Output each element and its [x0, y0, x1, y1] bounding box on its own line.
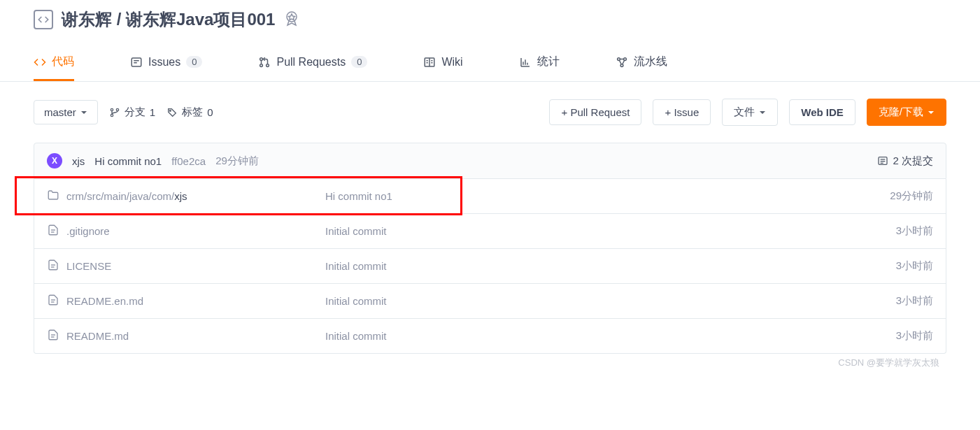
- tag-icon: [166, 107, 178, 118]
- medal-icon: [283, 10, 300, 29]
- svg-point-23: [116, 108, 118, 110]
- svg-point-22: [111, 114, 113, 116]
- repo-title: 谢东辉 / 谢东辉Java项目001: [62, 8, 275, 31]
- issues-count: 0: [186, 56, 202, 68]
- tab-issues[interactable]: Issues 0: [130, 45, 202, 81]
- tab-code[interactable]: 代码: [34, 45, 74, 81]
- commit-author[interactable]: xjs: [72, 155, 85, 167]
- commit-message[interactable]: Hi commit no1: [94, 155, 162, 167]
- files-button[interactable]: 文件: [722, 99, 778, 126]
- commit-hash[interactable]: ff0e2ca: [171, 155, 206, 167]
- svg-point-4: [260, 57, 263, 60]
- folder-icon: [47, 189, 59, 203]
- caret-down-icon: [80, 109, 87, 116]
- clone-download-button[interactable]: 克隆/下载: [867, 99, 946, 126]
- file-icon: [47, 259, 59, 273]
- file-icon: [47, 294, 59, 308]
- file-row[interactable]: README.md Initial commit 3小时前: [34, 319, 946, 353]
- tags-link[interactable]: 标签 0: [166, 106, 213, 119]
- branch-icon: [109, 107, 120, 118]
- file-commit-msg[interactable]: Hi commit no1: [325, 190, 890, 202]
- file-commit-msg[interactable]: Initial commit: [325, 225, 896, 237]
- file-name[interactable]: LICENSE: [66, 260, 325, 272]
- svg-point-21: [111, 108, 113, 110]
- svg-point-5: [260, 64, 263, 66]
- tab-pull-requests[interactable]: Pull Requests 0: [258, 45, 367, 81]
- file-row-folder[interactable]: crm/src/main/java/com/xjs Hi commit no1 …: [34, 179, 946, 214]
- file-time: 3小时前: [896, 329, 933, 343]
- branches-link[interactable]: 分支 1: [109, 106, 155, 119]
- new-pr-button[interactable]: + Pull Request: [549, 99, 641, 125]
- caret-down-icon: [928, 109, 935, 116]
- new-issue-button[interactable]: + Issue: [653, 99, 711, 125]
- file-name[interactable]: README.en.md: [66, 295, 325, 307]
- caret-down-icon: [759, 109, 766, 116]
- file-commit-msg[interactable]: Initial commit: [325, 260, 896, 272]
- file-commit-msg[interactable]: Initial commit: [325, 330, 896, 342]
- owner-name[interactable]: 谢东辉: [62, 10, 112, 29]
- file-commit-msg[interactable]: Initial commit: [325, 295, 896, 307]
- latest-commit-bar: X xjs Hi commit no1 ff0e2ca 29分钟前 2 次提交: [34, 143, 946, 179]
- file-time: 29分钟前: [890, 189, 933, 203]
- file-name[interactable]: README.md: [66, 330, 325, 342]
- file-row[interactable]: README.en.md Initial commit 3小时前: [34, 284, 946, 319]
- file-time: 3小时前: [896, 294, 933, 308]
- avatar[interactable]: X: [47, 153, 62, 169]
- watermark: CSDN @要学就学灰太狼: [34, 354, 946, 369]
- repo-name[interactable]: 谢东辉Java项目001: [126, 10, 275, 29]
- file-name[interactable]: .gitignore: [66, 225, 325, 237]
- tab-pipeline[interactable]: 流水线: [616, 45, 667, 81]
- commits-link[interactable]: 2 次提交: [877, 155, 933, 168]
- file-time: 3小时前: [896, 224, 933, 238]
- file-row[interactable]: .gitignore Initial commit 3小时前: [34, 214, 946, 249]
- file-row[interactable]: LICENSE Initial commit 3小时前: [34, 249, 946, 284]
- web-ide-button[interactable]: Web IDE: [789, 99, 855, 125]
- pr-count: 0: [351, 56, 367, 68]
- repo-tabs: 代码 Issues 0 Pull Requests 0 Wiki 统计 流水线: [0, 45, 980, 82]
- file-list: crm/src/main/java/com/xjs Hi commit no1 …: [34, 179, 946, 354]
- tab-stats[interactable]: 统计: [519, 45, 560, 81]
- file-name[interactable]: crm/src/main/java/com/xjs: [66, 190, 325, 202]
- branch-selector[interactable]: master: [34, 100, 98, 124]
- svg-point-6: [267, 64, 269, 66]
- file-time: 3小时前: [896, 259, 933, 273]
- svg-point-24: [170, 110, 171, 111]
- tab-wiki[interactable]: Wiki: [423, 45, 462, 81]
- file-icon: [47, 329, 59, 343]
- file-icon: [47, 224, 59, 238]
- list-icon: [877, 155, 888, 166]
- code-box-icon: [34, 10, 53, 29]
- commit-time: 29分钟前: [215, 155, 259, 168]
